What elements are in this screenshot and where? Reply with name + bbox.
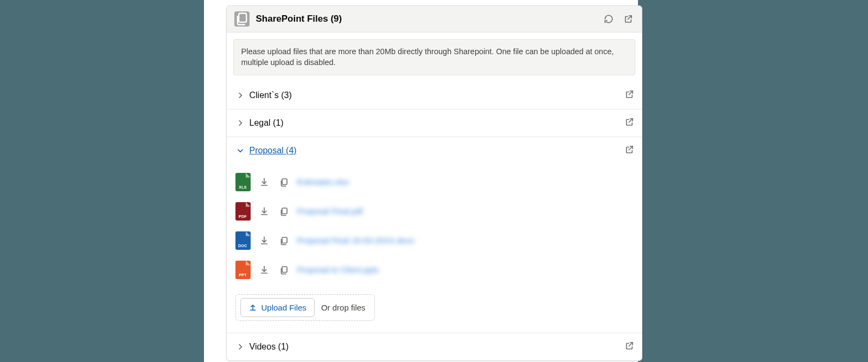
upload-icon	[248, 303, 257, 312]
file-name[interactable]: Proposal Final 16-03-20XX.docx	[297, 236, 414, 245]
refresh-button[interactable]	[603, 13, 615, 25]
file-name[interactable]: Proposal to Client.pptx	[297, 265, 379, 274]
svg-rect-2	[282, 208, 287, 214]
svg-rect-0	[239, 14, 246, 22]
upload-notice: Please upload files that are more than 2…	[233, 39, 635, 75]
download-file-button[interactable]	[258, 205, 270, 217]
files-area: XLS Estimates.xlsx PDF Proposal Final.pd…	[227, 164, 642, 333]
drop-hint: Or drop files	[321, 303, 370, 312]
copy-file-button[interactable]	[278, 235, 290, 247]
upload-drop-zone[interactable]: Upload Files Or drop files	[235, 294, 375, 321]
download-file-button[interactable]	[258, 176, 270, 188]
folder-label: Proposal (4)	[250, 146, 624, 156]
file-type-ppt-icon: PPT	[235, 261, 251, 279]
folder-label: Client`s (3)	[250, 90, 624, 100]
chevron-right-icon[interactable]	[234, 117, 246, 129]
share-folder-button[interactable]	[624, 89, 634, 101]
upload-button-label: Upload Files	[261, 303, 307, 312]
folder-row-proposal[interactable]: Proposal (4)	[227, 137, 642, 164]
folder-label: Legal (1)	[250, 118, 624, 128]
folder-row-videos[interactable]: Videos (1)	[227, 333, 642, 360]
file-type-doc-icon: DOC	[235, 231, 251, 250]
folder-label: Videos (1)	[250, 342, 624, 352]
sharepoint-files-panel: SharePoint Files (9) Please upload files…	[226, 5, 642, 361]
chevron-down-icon[interactable]	[234, 145, 246, 157]
file-row: PPT Proposal to Client.pptx	[233, 255, 635, 285]
svg-rect-3	[282, 237, 287, 243]
chevron-right-icon[interactable]	[234, 341, 246, 353]
file-name[interactable]: Proposal Final.pdf	[297, 206, 363, 216]
panel-header: SharePoint Files (9)	[227, 6, 642, 33]
share-folder-button[interactable]	[624, 341, 634, 353]
folder-row-legal[interactable]: Legal (1)	[227, 109, 642, 137]
file-type-xls-icon: XLS	[235, 173, 251, 191]
file-type-pdf-icon: PDF	[235, 202, 251, 221]
copy-file-button[interactable]	[278, 205, 290, 217]
svg-rect-1	[282, 179, 287, 185]
folder-row-clients[interactable]: Client`s (3)	[227, 82, 642, 109]
copy-file-button[interactable]	[278, 264, 290, 276]
open-external-button[interactable]	[622, 13, 634, 25]
file-row: DOC Proposal Final 16-03-20XX.docx	[233, 226, 635, 255]
share-folder-button[interactable]	[624, 145, 634, 157]
file-name[interactable]: Estimates.xlsx	[297, 177, 349, 186]
panel-title: SharePoint Files (9)	[256, 14, 603, 24]
share-folder-button[interactable]	[624, 117, 634, 129]
files-icon	[234, 11, 250, 27]
chevron-right-icon[interactable]	[234, 89, 246, 101]
file-row: PDF Proposal Final.pdf	[233, 197, 635, 226]
svg-rect-4	[282, 267, 287, 273]
copy-file-button[interactable]	[278, 176, 290, 188]
download-file-button[interactable]	[258, 235, 270, 247]
upload-files-button[interactable]: Upload Files	[240, 298, 315, 317]
download-file-button[interactable]	[258, 264, 270, 276]
header-actions	[603, 13, 634, 25]
file-row: XLS Estimates.xlsx	[233, 167, 635, 197]
